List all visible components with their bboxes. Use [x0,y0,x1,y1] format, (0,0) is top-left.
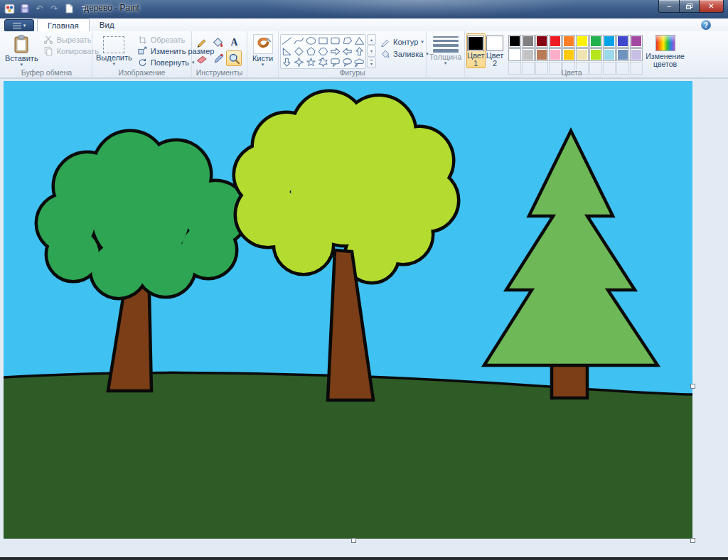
shape-arrow-left-button[interactable] [341,46,353,57]
canvas-resize-handle-right[interactable] [690,384,695,389]
canvas-resize-handle-bottom[interactable] [351,538,356,543]
application-menu-button[interactable]: ▾ [4,19,34,32]
shape-rounded-rectangle-button[interactable] [329,36,341,46]
group-label-colors: Цвета [465,68,678,77]
shape-callout-cloud-button[interactable] [353,57,365,68]
group-brushes: Кисти ▾ [247,31,279,77]
gallery-scroll-up-button[interactable]: ▴ [367,34,376,45]
help-icon[interactable]: ? [701,20,711,30]
chevron-down-icon: ▾ [444,61,447,65]
pencil-tool-button[interactable] [193,34,209,50]
group-label-clipboard: Буфер обмена [1,68,92,77]
redo-icon[interactable]: ↷ [48,3,60,15]
shape-oval-button[interactable] [305,36,317,46]
tab-home[interactable]: Главная [37,18,90,32]
palette-swatch[interactable] [603,48,616,61]
shape-callout-rounded-button[interactable] [329,57,341,68]
palette-swatch[interactable] [616,35,629,48]
magnifier-tool-button[interactable] [226,50,242,66]
tab-view[interactable]: Вид [90,18,124,31]
eraser-icon [196,53,208,65]
palette-swatch[interactable] [630,48,643,61]
color2-button[interactable]: Цвет 2 [486,33,505,68]
shape-polygon-button[interactable] [341,36,353,46]
shape-arrow-right-button[interactable] [329,46,341,57]
shape-hexagon-button[interactable] [317,46,329,57]
shape-star-5-button[interactable] [305,57,317,68]
palette-swatch[interactable] [508,48,521,61]
paste-button[interactable]: Вставить ▾ [3,33,41,68]
line-thickness-icon [433,34,459,53]
shape-rectangle-button[interactable] [317,36,329,46]
rainbow-gradient-icon [655,35,675,51]
palette-swatch[interactable] [603,35,616,48]
brush-icon [253,34,273,54]
text-tool-button[interactable]: A [226,34,242,50]
palette-swatch[interactable] [576,35,589,48]
color1-button[interactable]: Цвет 1 [466,33,486,68]
fill-tool-button[interactable] [210,34,225,50]
shape-callout-oval-button[interactable] [341,57,353,68]
palette-swatch[interactable] [562,35,575,48]
shape-right-triangle-button[interactable] [281,46,293,57]
shape-line-icon [281,36,293,46]
palette-swatch[interactable] [576,48,589,61]
shape-arrow-up-icon [353,46,365,57]
shape-star-5-icon [305,57,317,68]
save-icon[interactable] [18,3,31,15]
shape-pentagon-button[interactable] [305,46,317,57]
edit-colors-button[interactable]: Изменение цветов [646,33,685,68]
palette-swatch[interactable] [562,48,575,61]
canvas-resize-handle-corner[interactable] [690,538,695,543]
shape-triangle-button[interactable] [353,36,365,46]
maximize-restore-button[interactable] [680,0,699,13]
color-picker-tool-button[interactable] [210,50,225,66]
clipboard-icon [13,34,30,54]
select-button[interactable]: Выделить ▾ [94,33,134,68]
palette-swatch[interactable] [522,48,535,61]
shape-arrow-down-button[interactable] [281,57,293,68]
palette-swatch[interactable] [549,48,562,61]
arrow-up-icon: ▴ [370,37,373,42]
palette-swatch[interactable] [549,35,562,48]
group-size: Толщина ▾ [427,31,465,77]
shape-arrow-up-button[interactable] [353,46,365,57]
shape-callout-cloud-icon [353,57,365,68]
palette-swatch[interactable] [589,48,602,61]
palette-swatch[interactable] [508,35,521,48]
shape-rectangle-icon [317,36,329,46]
color1-swatch [467,36,484,51]
eraser-tool-button[interactable] [193,50,209,66]
palette-swatch[interactable] [522,35,535,48]
shape-star-4-button[interactable] [293,57,305,68]
shape-arrow-down-icon [281,57,293,68]
shape-fill-button[interactable]: Заливка ▾ [380,49,429,59]
shape-star-6-button[interactable] [317,57,329,68]
shape-rounded-rectangle-icon [329,36,341,46]
close-button[interactable]: ✕ [699,0,724,13]
taskbar-edge[interactable] [0,557,728,560]
gallery-scroll-down-button[interactable]: ▾ [367,45,376,56]
group-label-tools: Инструменты [192,68,247,77]
group-shapes: ▴ ▾ ▾ Контур ▾ [279,31,427,77]
palette-swatch[interactable] [589,35,602,48]
palette-swatch[interactable] [616,48,629,61]
undo-icon[interactable]: ↶ [33,3,46,15]
gallery-expand-button[interactable]: ▾ [367,58,376,68]
chevron-down-icon: ▾ [23,23,26,28]
minimize-button[interactable]: – [658,0,680,13]
shape-outline-button[interactable]: Контур ▾ [380,37,429,47]
drawing-canvas[interactable] [4,81,692,539]
shape-curve-button[interactable] [293,36,305,46]
shape-line-button[interactable] [281,36,293,46]
shape-diamond-button[interactable] [293,46,305,57]
cut-button[interactable]: Вырезать [43,35,99,45]
size-button[interactable]: Толщина ▾ [427,33,464,68]
copy-button[interactable]: Копировать [43,46,99,56]
cut-label: Вырезать [57,36,92,44]
palette-swatch[interactable] [535,35,548,48]
palette-swatch[interactable] [630,35,643,48]
new-page-icon[interactable] [63,3,75,15]
brushes-button[interactable]: Кисти ▾ [249,33,277,68]
palette-swatch[interactable] [535,48,548,61]
